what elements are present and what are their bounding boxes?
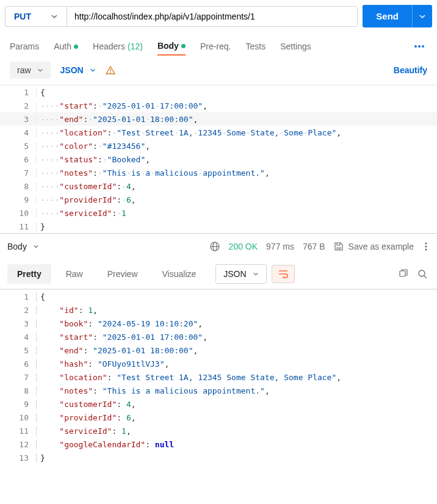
code-content: "book": "2024-05-19 10:10:20", <box>37 319 203 328</box>
headers-count: (12) <box>128 41 143 51</box>
url-input[interactable] <box>67 7 357 26</box>
line-number: 8 <box>0 386 37 395</box>
code-content: "customerId": 4, <box>37 400 136 409</box>
editor-line: 8 "notes": "This is a malicious appointm… <box>0 384 437 397</box>
editor-line: 4 "start": "2025-01-01 17:00:00", <box>0 330 437 344</box>
globe-icon[interactable] <box>209 241 220 252</box>
search-icon[interactable] <box>415 267 430 281</box>
line-number: 6 <box>0 359 37 369</box>
editor-line: 6····"status":·"Booked", <box>0 153 437 166</box>
send-more-button[interactable] <box>412 5 432 27</box>
svg-point-0 <box>414 45 417 48</box>
copy-icon[interactable] <box>395 267 410 281</box>
wrap-icon <box>278 270 288 278</box>
response-status: 200 OK <box>229 242 258 251</box>
tab-settings[interactable]: Settings <box>280 38 311 55</box>
line-number: 7 <box>0 168 37 178</box>
save-as-example-button[interactable]: Save as example <box>334 242 414 251</box>
request-body-editor[interactable]: 1{2····"start":·"2025-01-01·17:00:00",3·… <box>0 85 437 233</box>
code-content: { <box>37 292 45 301</box>
tab-headers[interactable]: Headers (12) <box>93 38 143 55</box>
line-number: 2 <box>0 101 37 110</box>
code-content: ····"end":·"2025-01-01·18:00:00", <box>37 115 198 124</box>
response-tab-raw[interactable]: Raw <box>56 264 93 284</box>
editor-line: 12 "googleCalendarId": null <box>0 437 437 451</box>
code-content: } <box>37 453 45 463</box>
line-number: 7 <box>0 373 37 382</box>
method-url-group: PUT <box>5 6 358 27</box>
beautify-button[interactable]: Beautify <box>394 65 427 75</box>
line-number: 11 <box>0 222 37 231</box>
tab-params[interactable]: Params <box>10 38 39 55</box>
editor-line: 8····"customerId":·4, <box>0 179 437 193</box>
svg-point-9 <box>425 246 427 248</box>
code-content: "providerId": 6, <box>37 413 136 422</box>
response-tab-visualize[interactable]: Visualize <box>153 264 206 284</box>
tab-prereq[interactable]: Pre-req. <box>200 38 231 55</box>
code-content: ····"customerId":·4, <box>37 182 136 191</box>
code-content: "end": "2025-01-01 18:00:00", <box>37 346 198 355</box>
response-time: 977 ms <box>266 242 294 251</box>
code-content: ····"start":·"2025-01-01·17:00:00", <box>37 101 208 110</box>
svg-rect-12 <box>400 271 405 276</box>
request-bar: PUT Send <box>0 0 437 32</box>
http-method-value: PUT <box>14 12 31 21</box>
editor-line: 3····"end":·"2025-01-01·18:00:00", <box>0 112 437 126</box>
send-button[interactable]: Send <box>363 5 412 27</box>
response-tab-pretty[interactable]: Pretty <box>7 264 51 284</box>
body-format-select[interactable]: JSON <box>60 65 96 75</box>
code-content: ····"location":·"Test·Street·1A,·12345·S… <box>37 128 341 137</box>
code-content: } <box>37 222 45 231</box>
tab-body[interactable]: Body <box>157 37 186 56</box>
response-format-select[interactable]: JSON <box>215 264 266 284</box>
line-number: 1 <box>0 292 37 301</box>
editor-line: 1{ <box>0 290 437 303</box>
code-content: ····"status":·"Booked", <box>37 155 150 164</box>
svg-point-2 <box>422 45 424 48</box>
editor-line: 3 "book": "2024-05-19 10:10:20", <box>0 317 437 330</box>
response-tab-preview[interactable]: Preview <box>98 264 148 284</box>
code-content: "notes": "This is a malicious appointmen… <box>37 386 270 395</box>
chevron-down-icon <box>33 243 39 250</box>
svg-line-14 <box>424 276 427 278</box>
response-size: 767 B <box>303 242 325 251</box>
line-number: 5 <box>0 346 37 355</box>
response-header: Body 200 OK 977 ms 767 B Save as example <box>0 233 437 259</box>
code-content: { <box>37 88 45 97</box>
more-horizontal-icon[interactable] <box>411 42 427 51</box>
code-content: "location": "Test Street 1A, 12345 Some … <box>37 373 341 382</box>
line-number: 11 <box>0 427 37 436</box>
tab-auth[interactable]: Auth <box>54 38 78 55</box>
tab-tests[interactable]: Tests <box>245 38 265 55</box>
line-wrap-button[interactable] <box>272 265 295 283</box>
editor-line: 9····"providerId":·6, <box>0 193 437 206</box>
chevron-down-icon <box>419 13 426 20</box>
line-number: 10 <box>0 209 37 218</box>
line-number: 13 <box>0 453 37 463</box>
request-tabs: Params Auth Headers (12) Body Pre-req. T… <box>0 37 437 56</box>
editor-line: 2····"start":·"2025-01-01·17:00:00", <box>0 99 437 112</box>
line-number: 8 <box>0 182 37 191</box>
line-number: 4 <box>0 128 37 137</box>
editor-line: 5····"color":·"#123456", <box>0 139 437 153</box>
line-number: 9 <box>0 400 37 409</box>
body-mode-select[interactable]: raw <box>10 62 51 79</box>
svg-point-4 <box>110 72 111 73</box>
code-content: ····"notes":·"This·is·a·malicious·appoin… <box>37 168 270 178</box>
http-method-select[interactable]: PUT <box>5 7 67 26</box>
editor-line: 1{ <box>0 85 437 99</box>
line-number: 5 <box>0 142 37 151</box>
editor-line: 2 "id": 1, <box>0 303 437 317</box>
code-content: "googleCalendarId": null <box>37 440 174 449</box>
response-section-select[interactable]: Body <box>7 242 39 251</box>
line-number: 3 <box>0 115 37 124</box>
editor-line: 7····"notes":·"This·is·a·malicious·appoi… <box>0 166 437 179</box>
save-icon <box>334 242 344 251</box>
more-horizontal-icon[interactable] <box>422 240 430 253</box>
response-body-viewer[interactable]: 1{2 "id": 1,3 "book": "2024-05-19 10:10:… <box>0 289 437 464</box>
code-content: "start": "2025-01-01 17:00:00", <box>37 333 208 342</box>
editor-line: 9 "customerId": 4, <box>0 397 437 411</box>
editor-line: 6 "hash": "OFUyo91tlVJ3", <box>0 357 437 370</box>
editor-line: 11} <box>0 220 437 233</box>
line-number: 2 <box>0 306 37 315</box>
